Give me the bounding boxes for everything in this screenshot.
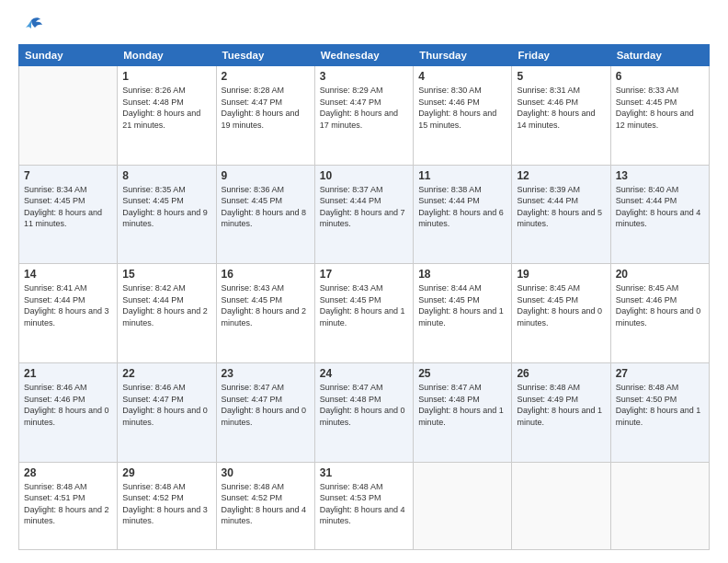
calendar-cell: [19, 66, 118, 166]
calendar-cell: 30Sunrise: 8:48 AMSunset: 4:52 PMDayligh…: [216, 462, 314, 549]
day-number: 2: [222, 70, 310, 83]
calendar-cell: 21Sunrise: 8:46 AMSunset: 4:46 PMDayligh…: [19, 362, 118, 462]
calendar-cell: 18Sunrise: 8:44 AMSunset: 4:45 PMDayligh…: [414, 264, 512, 363]
calendar-cell: 17Sunrise: 8:43 AMSunset: 4:45 PMDayligh…: [314, 264, 413, 363]
day-info: Sunrise: 8:47 AMSunset: 4:48 PMDaylight:…: [320, 382, 408, 428]
day-info: Sunrise: 8:42 AMSunset: 4:44 PMDaylight:…: [122, 282, 210, 328]
weekday-header-wednesday: Wednesday: [314, 45, 413, 66]
calendar-cell: 16Sunrise: 8:43 AMSunset: 4:45 PMDayligh…: [216, 264, 314, 363]
day-info: Sunrise: 8:35 AMSunset: 4:45 PMDaylight:…: [122, 184, 210, 230]
day-info: Sunrise: 8:48 AMSunset: 4:53 PMDaylight:…: [320, 481, 408, 527]
day-info: Sunrise: 8:44 AMSunset: 4:45 PMDaylight:…: [418, 282, 506, 328]
page: SundayMondayTuesdayWednesdayThursdayFrid…: [0, 0, 728, 563]
week-row-3: 14Sunrise: 8:41 AMSunset: 4:44 PMDayligh…: [19, 264, 710, 363]
day-number: 15: [122, 268, 210, 281]
day-number: 4: [418, 70, 506, 83]
day-info: Sunrise: 8:28 AMSunset: 4:47 PMDaylight:…: [222, 85, 310, 131]
calendar-cell: 8Sunrise: 8:35 AMSunset: 4:45 PMDaylight…: [118, 165, 216, 264]
week-row-5: 28Sunrise: 8:48 AMSunset: 4:51 PMDayligh…: [19, 462, 710, 549]
day-number: 12: [517, 169, 605, 182]
calendar: SundayMondayTuesdayWednesdayThursdayFrid…: [18, 44, 710, 550]
day-number: 14: [24, 268, 112, 281]
day-info: Sunrise: 8:45 AMSunset: 4:46 PMDaylight:…: [616, 282, 704, 328]
day-number: 27: [616, 367, 704, 380]
day-number: 7: [24, 169, 112, 182]
day-number: 30: [222, 466, 310, 479]
week-row-4: 21Sunrise: 8:46 AMSunset: 4:46 PMDayligh…: [19, 362, 710, 462]
day-number: 3: [320, 70, 408, 83]
day-number: 6: [616, 70, 704, 83]
calendar-cell: [512, 462, 610, 549]
day-info: Sunrise: 8:34 AMSunset: 4:45 PMDaylight:…: [24, 184, 112, 230]
day-number: 31: [320, 466, 408, 479]
day-info: Sunrise: 8:33 AMSunset: 4:45 PMDaylight:…: [616, 85, 704, 131]
day-number: 13: [616, 169, 704, 182]
day-info: Sunrise: 8:46 AMSunset: 4:46 PMDaylight:…: [24, 382, 112, 428]
day-info: Sunrise: 8:45 AMSunset: 4:45 PMDaylight:…: [517, 282, 605, 328]
day-info: Sunrise: 8:43 AMSunset: 4:45 PMDaylight:…: [222, 282, 310, 328]
calendar-cell: 29Sunrise: 8:48 AMSunset: 4:52 PMDayligh…: [118, 462, 216, 549]
calendar-cell: 15Sunrise: 8:42 AMSunset: 4:44 PMDayligh…: [118, 264, 216, 363]
calendar-cell: 4Sunrise: 8:30 AMSunset: 4:46 PMDaylight…: [414, 66, 512, 166]
day-number: 9: [222, 169, 310, 182]
logo: [18, 17, 42, 35]
calendar-cell: 12Sunrise: 8:39 AMSunset: 4:44 PMDayligh…: [512, 165, 610, 264]
weekday-header-monday: Monday: [118, 45, 216, 66]
day-info: Sunrise: 8:43 AMSunset: 4:45 PMDaylight:…: [320, 282, 408, 328]
day-info: Sunrise: 8:46 AMSunset: 4:47 PMDaylight:…: [122, 382, 210, 428]
day-number: 10: [320, 169, 408, 182]
calendar-cell: 14Sunrise: 8:41 AMSunset: 4:44 PMDayligh…: [19, 264, 118, 363]
day-number: 28: [24, 466, 112, 479]
day-info: Sunrise: 8:41 AMSunset: 4:44 PMDaylight:…: [24, 282, 112, 328]
weekday-header-thursday: Thursday: [414, 45, 512, 66]
day-number: 26: [517, 367, 605, 380]
weekday-header-sunday: Sunday: [19, 45, 118, 66]
calendar-cell: 20Sunrise: 8:45 AMSunset: 4:46 PMDayligh…: [610, 264, 709, 363]
calendar-cell: 9Sunrise: 8:36 AMSunset: 4:45 PMDaylight…: [216, 165, 314, 264]
day-info: Sunrise: 8:29 AMSunset: 4:47 PMDaylight:…: [320, 85, 408, 131]
day-number: 20: [616, 268, 704, 281]
day-info: Sunrise: 8:36 AMSunset: 4:45 PMDaylight:…: [222, 184, 310, 230]
day-info: Sunrise: 8:48 AMSunset: 4:51 PMDaylight:…: [24, 481, 112, 527]
day-info: Sunrise: 8:47 AMSunset: 4:47 PMDaylight:…: [222, 382, 310, 428]
day-info: Sunrise: 8:48 AMSunset: 4:52 PMDaylight:…: [122, 481, 210, 527]
calendar-cell: 6Sunrise: 8:33 AMSunset: 4:45 PMDaylight…: [610, 66, 709, 166]
calendar-cell: [610, 462, 709, 549]
calendar-cell: 26Sunrise: 8:48 AMSunset: 4:49 PMDayligh…: [512, 362, 610, 462]
calendar-cell: 22Sunrise: 8:46 AMSunset: 4:47 PMDayligh…: [118, 362, 216, 462]
day-number: 5: [517, 70, 605, 83]
day-number: 23: [222, 367, 310, 380]
day-number: 16: [222, 268, 310, 281]
day-info: Sunrise: 8:26 AMSunset: 4:48 PMDaylight:…: [122, 85, 210, 131]
calendar-cell: 28Sunrise: 8:48 AMSunset: 4:51 PMDayligh…: [19, 462, 118, 549]
calendar-cell: 2Sunrise: 8:28 AMSunset: 4:47 PMDaylight…: [216, 66, 314, 166]
day-number: 8: [122, 169, 210, 182]
day-info: Sunrise: 8:30 AMSunset: 4:46 PMDaylight:…: [418, 85, 506, 131]
day-info: Sunrise: 8:40 AMSunset: 4:44 PMDaylight:…: [616, 184, 704, 230]
day-number: 11: [418, 169, 506, 182]
day-number: 18: [418, 268, 506, 281]
week-row-2: 7Sunrise: 8:34 AMSunset: 4:45 PMDaylight…: [19, 165, 710, 264]
calendar-cell: [414, 462, 512, 549]
day-info: Sunrise: 8:48 AMSunset: 4:50 PMDaylight:…: [616, 382, 704, 428]
weekday-header-saturday: Saturday: [610, 45, 709, 66]
calendar-cell: 23Sunrise: 8:47 AMSunset: 4:47 PMDayligh…: [216, 362, 314, 462]
calendar-cell: 3Sunrise: 8:29 AMSunset: 4:47 PMDaylight…: [314, 66, 413, 166]
day-number: 17: [320, 268, 408, 281]
weekday-header-tuesday: Tuesday: [216, 45, 314, 66]
day-number: 29: [122, 466, 210, 479]
weekday-header-friday: Friday: [512, 45, 610, 66]
header: [18, 17, 710, 35]
weekday-header-row: SundayMondayTuesdayWednesdayThursdayFrid…: [19, 45, 710, 66]
day-number: 19: [517, 268, 605, 281]
day-info: Sunrise: 8:48 AMSunset: 4:52 PMDaylight:…: [222, 481, 310, 527]
calendar-cell: 13Sunrise: 8:40 AMSunset: 4:44 PMDayligh…: [610, 165, 709, 264]
day-info: Sunrise: 8:37 AMSunset: 4:44 PMDaylight:…: [320, 184, 408, 230]
day-number: 22: [122, 367, 210, 380]
day-number: 24: [320, 367, 408, 380]
calendar-cell: 1Sunrise: 8:26 AMSunset: 4:48 PMDaylight…: [118, 66, 216, 166]
week-row-1: 1Sunrise: 8:26 AMSunset: 4:48 PMDaylight…: [19, 66, 710, 166]
day-number: 1: [122, 70, 210, 83]
day-number: 21: [24, 367, 112, 380]
calendar-cell: 10Sunrise: 8:37 AMSunset: 4:44 PMDayligh…: [314, 165, 413, 264]
